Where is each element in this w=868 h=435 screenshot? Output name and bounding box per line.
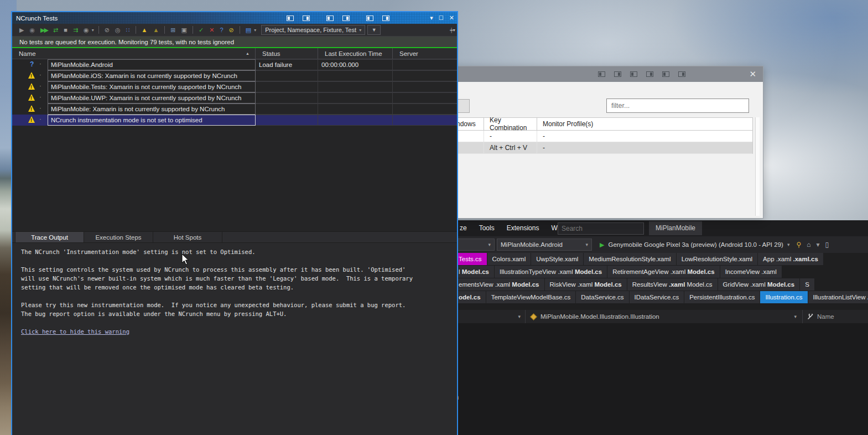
engine-mode-icon[interactable]: ◉ bbox=[81, 27, 92, 34]
document-tab[interactable]: GridView .xaml Model.cs bbox=[718, 278, 800, 291]
toolbar-overflow-icon[interactable]: ╪▾ bbox=[449, 28, 456, 32]
document-tab[interactable]: ementsView .xaml Model.cs bbox=[454, 278, 544, 291]
run-new-icon[interactable]: ⇄ bbox=[50, 27, 61, 34]
filter-dropdown-button[interactable]: ▼ bbox=[367, 25, 381, 35]
close-icon[interactable]: ✕ bbox=[742, 69, 763, 79]
dock-right-icon[interactable] bbox=[614, 71, 621, 77]
column-header-name[interactable]: Name ▲ bbox=[12, 48, 256, 59]
split-left-icon[interactable] bbox=[630, 71, 637, 77]
menu-item-extensions[interactable]: Extensions bbox=[501, 220, 545, 236]
dock-center-icon[interactable] bbox=[366, 15, 373, 21]
dialog-scrollbar[interactable] bbox=[755, 117, 760, 216]
test-row[interactable]: MiPlanMobile.UWP: Xamarin is not current… bbox=[12, 92, 457, 103]
document-tab[interactable]: RetirementAgeView .xaml Model.cs bbox=[607, 266, 720, 278]
run-build-icon[interactable]: ⇉ bbox=[70, 27, 81, 34]
project-dropdown[interactable]: ▾ bbox=[454, 310, 526, 323]
document-tab[interactable]: TemplateViewModelBase.cs bbox=[486, 291, 576, 303]
document-tab[interactable]: Tests.cs bbox=[454, 253, 487, 265]
dock-wide-icon[interactable] bbox=[678, 71, 685, 77]
test-row[interactable]: ?MiPlanMobile.AndroidLoad failure00:00:0… bbox=[12, 59, 457, 70]
home-layout-icon[interactable]: ⌂ bbox=[807, 241, 810, 248]
member-dropdown[interactable]: Name bbox=[803, 310, 868, 323]
document-tab[interactable]: Illustration.cs bbox=[760, 291, 807, 303]
document-tab[interactable]: Colors.xaml bbox=[487, 253, 531, 265]
filter-box[interactable] bbox=[606, 99, 749, 113]
test-row[interactable]: MiPlanMobile: Xamarin is not currently s… bbox=[12, 103, 457, 115]
test-name-cell[interactable]: MiPlanMobile: Xamarin is not currently s… bbox=[48, 103, 256, 115]
layout-dropdown-icon[interactable]: ▾ bbox=[816, 241, 819, 248]
document-tab[interactable]: IllustrationListView .xaml bbox=[808, 291, 868, 303]
document-tab[interactable]: MediumResolutionStyle.xaml bbox=[584, 253, 675, 265]
split-right-icon[interactable] bbox=[646, 71, 653, 77]
document-tab[interactable]: IDataService.cs bbox=[630, 291, 684, 303]
test-name-cell[interactable]: MiPlanMobile.UWP: Xamarin is not current… bbox=[48, 92, 256, 103]
search-box[interactable]: ⌕ bbox=[558, 222, 644, 235]
split-view-icon[interactable]: ⊞ bbox=[168, 27, 178, 34]
tab-hot-spots[interactable]: Hot Spots bbox=[153, 232, 222, 242]
dock-left-icon[interactable] bbox=[287, 15, 294, 21]
test-name-cell[interactable]: NCrunch instrumentation mode is not set … bbox=[48, 115, 256, 126]
dock-right-icon[interactable] bbox=[303, 15, 310, 21]
document-tab[interactable]: UwpStyle.xaml bbox=[531, 253, 583, 265]
attach-debugger-icon[interactable]: ⚲ bbox=[796, 241, 801, 248]
failed-filter-icon[interactable]: ✕ bbox=[206, 27, 217, 34]
document-tab[interactable]: DataService.cs bbox=[576, 291, 628, 303]
menu-item-tools[interactable]: Tools bbox=[473, 220, 501, 236]
columns-icon[interactable]: ▤ bbox=[243, 27, 254, 34]
column-header[interactable]: Key Combination bbox=[484, 118, 537, 130]
document-tab[interactable]: l Model.cs bbox=[454, 266, 494, 278]
grid-empty-area[interactable] bbox=[12, 126, 457, 232]
dock-center-icon[interactable] bbox=[662, 71, 669, 77]
dock-wide-icon[interactable] bbox=[382, 15, 389, 21]
inconclusive-filter-icon[interactable]: ? bbox=[217, 27, 226, 33]
tab-trace-output[interactable]: Trace Output bbox=[15, 232, 84, 242]
risk-warning-icon[interactable]: ▲ bbox=[139, 27, 150, 33]
coverage-points-icon[interactable]: ∷ bbox=[123, 27, 133, 34]
maximize-icon[interactable]: ☐ bbox=[436, 15, 446, 21]
tab-execution-steps[interactable]: Execution Steps bbox=[84, 232, 153, 242]
class-dropdown[interactable]: MiPlanMobile.Model.Illustration.Illustra… bbox=[526, 310, 803, 323]
test-row[interactable]: MiPlanMobile.Tests: Xamarin is not curre… bbox=[12, 81, 457, 92]
dialog-title-bar[interactable]: ✕ bbox=[432, 66, 763, 82]
column-header[interactable]: Monitor Profile(s) bbox=[537, 118, 752, 130]
split-right-icon[interactable] bbox=[342, 15, 350, 21]
document-tab[interactable]: PersistentIllustration.cs bbox=[684, 291, 760, 303]
ncrunch-title-bar[interactable]: NCrunch Tests ▾☐✕ bbox=[12, 12, 457, 24]
table-row[interactable]: 1Alt + Ctrl + V- bbox=[432, 142, 752, 154]
document-tab[interactable]: ResultsView .xaml Model.cs bbox=[627, 278, 718, 291]
column-header-server[interactable]: Server bbox=[393, 48, 457, 59]
document-tab[interactable]: RiskView .xaml Model.cs bbox=[545, 278, 627, 291]
test-name-cell[interactable]: MiPlanMobile.iOS: Xamarin is not current… bbox=[48, 70, 256, 81]
debug-bug-icon[interactable]: ◉ bbox=[27, 27, 38, 34]
test-row[interactable]: MiPlanMobile.iOS: Xamarin is not current… bbox=[12, 70, 457, 81]
configuration-combo[interactable]: ▾ bbox=[455, 239, 495, 251]
pin-icon[interactable]: ◎ bbox=[112, 27, 123, 34]
grouping-combo[interactable]: Project, Namespace, Fixture, Test ▾ bbox=[261, 25, 365, 35]
hide-warning-link[interactable]: Click here to hide this warning bbox=[21, 327, 129, 336]
search-input[interactable] bbox=[558, 225, 651, 232]
ignored-filter-icon[interactable]: ⊘ bbox=[226, 27, 237, 34]
document-tab[interactable]: S bbox=[800, 278, 814, 291]
column-header-status[interactable]: Status bbox=[256, 48, 318, 59]
ignore-icon[interactable]: ⊘ bbox=[102, 27, 112, 34]
document-tab[interactable]: IllustrationTypeView .xaml Model.cs bbox=[495, 266, 607, 278]
dock-left-icon[interactable] bbox=[598, 71, 605, 77]
table-row[interactable]: 2-- bbox=[432, 131, 752, 142]
startup-project-combo[interactable]: MiPlanMobile.Android ▾ bbox=[497, 239, 592, 251]
warning-filter-icon[interactable]: ▲ bbox=[150, 27, 162, 33]
run-button[interactable]: ▶ Genymobile Google Pixel 3a (preview) (… bbox=[600, 241, 789, 248]
document-tab[interactable]: App .xaml .xaml.cs bbox=[758, 253, 823, 265]
code-editor[interactable]: n bbox=[454, 323, 868, 435]
test-name-cell[interactable]: MiPlanMobile.Tests: Xamarin is not curre… bbox=[48, 81, 256, 92]
column-header-last-execution-time[interactable]: Last Execution Time bbox=[318, 48, 393, 59]
columns-icon-dropdown[interactable]: ▾ bbox=[254, 28, 258, 33]
duplicate-view-icon[interactable]: ▣ bbox=[179, 27, 190, 34]
close-icon[interactable]: ✕ bbox=[446, 14, 457, 22]
document-tab[interactable]: odel.cs bbox=[454, 291, 486, 303]
run-icon[interactable]: ▶ bbox=[17, 27, 27, 34]
stop-icon[interactable]: ■ bbox=[61, 27, 70, 33]
split-left-icon[interactable] bbox=[326, 15, 334, 21]
test-row[interactable]: NCrunch instrumentation mode is not set … bbox=[12, 115, 457, 126]
window-position-icon[interactable]: ▾ bbox=[427, 14, 436, 22]
document-tab[interactable]: LowResolutionStyle.xaml bbox=[677, 253, 757, 265]
